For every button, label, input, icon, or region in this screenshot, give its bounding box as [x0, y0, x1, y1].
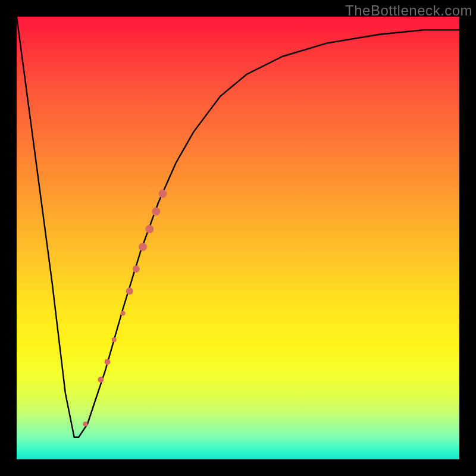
curve-marker: [152, 207, 160, 215]
curve-marker: [98, 377, 104, 383]
curve-marker: [145, 225, 154, 233]
curve-marker: [83, 422, 87, 427]
curve-marker: [121, 311, 126, 316]
watermark-text: TheBottleneck.com: [345, 2, 472, 19]
chart-svg: [17, 17, 459, 459]
curve-marker: [133, 265, 140, 273]
curve-marker: [126, 287, 133, 295]
curve-marker: [105, 359, 111, 365]
bottleneck-curve: [17, 17, 459, 437]
chart-frame: TheBottleneck.com: [0, 0, 476, 476]
curve-marker: [139, 243, 147, 251]
curve-marker: [159, 190, 167, 198]
plot-area: [17, 17, 459, 459]
curve-markers: [83, 190, 167, 427]
curve-marker: [112, 337, 117, 342]
